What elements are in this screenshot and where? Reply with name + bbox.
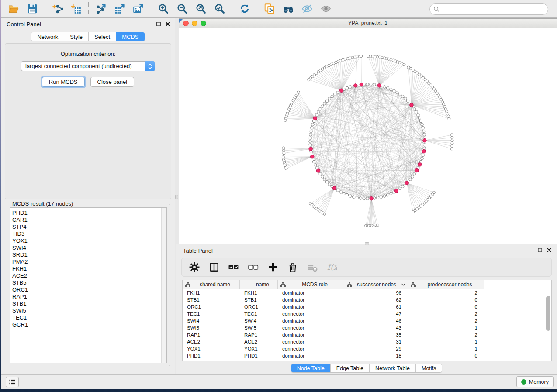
table-cell: 1 xyxy=(408,339,484,344)
tab-select[interactable]: Select xyxy=(88,32,116,41)
open-file-button[interactable] xyxy=(6,1,21,16)
criterion-selected-value: largest connected component (undirected) xyxy=(25,63,132,69)
column-header-shared-name[interactable]: shared name xyxy=(183,280,240,289)
tab-mcds[interactable]: MCDS xyxy=(116,32,144,41)
export-table-button[interactable] xyxy=(112,1,128,16)
add-column-button[interactable] xyxy=(267,261,279,273)
control-panel-title: Control Panel xyxy=(7,21,41,28)
result-node[interactable]: ACE2 xyxy=(12,272,160,279)
tab-node-table[interactable]: Node Table xyxy=(291,364,330,372)
node-table[interactable]: shared namename MCDS role successor node… xyxy=(182,280,552,361)
toggle-panes-button[interactable] xyxy=(208,261,220,273)
result-node[interactable]: PHD1 xyxy=(12,210,160,217)
task-history-button[interactable] xyxy=(6,377,19,387)
toolbar-icon-group xyxy=(6,1,334,16)
result-node[interactable]: YOX1 xyxy=(12,237,160,244)
result-node[interactable]: SWI4 xyxy=(12,244,160,251)
export-network-button[interactable] xyxy=(93,1,109,16)
refresh-layout-button[interactable] xyxy=(237,1,253,16)
duplicate-network-button[interactable] xyxy=(262,1,277,16)
close-table-panel-icon[interactable] xyxy=(547,248,552,253)
tab-network[interactable]: Network xyxy=(31,32,64,41)
save-session-button[interactable] xyxy=(24,1,40,16)
table-scrollbar[interactable] xyxy=(546,296,550,331)
search-field[interactable] xyxy=(429,3,548,15)
zoom-fit-button[interactable] xyxy=(193,1,209,16)
zoom-in-button[interactable] xyxy=(156,1,171,16)
tab-style[interactable]: Style xyxy=(64,32,88,41)
table-cell: 1 xyxy=(408,346,484,351)
select-all-button[interactable] xyxy=(228,261,239,273)
table-row[interactable]: PHD1PHD1dominator180 xyxy=(183,352,551,359)
zoom-out-button[interactable] xyxy=(174,1,190,16)
table-cell: dominator xyxy=(278,304,344,309)
table-row[interactable]: FKH1FKH1dominator962 xyxy=(183,289,551,296)
result-node[interactable]: STP4 xyxy=(12,224,160,230)
tab-edge-table[interactable]: Edge Table xyxy=(330,364,369,372)
close-panel-icon[interactable] xyxy=(165,21,170,27)
result-node[interactable]: TID3 xyxy=(12,230,160,237)
table-row[interactable]: RAP1RAP1dominator352 xyxy=(183,331,551,338)
delete-column-button[interactable] xyxy=(287,261,298,273)
maximize-window-button[interactable] xyxy=(201,21,206,26)
result-node[interactable]: STB5 xyxy=(12,279,160,286)
table-panel: Table Panel f(x) shared namename MCDS ro… xyxy=(176,244,557,374)
export-image-button[interactable] xyxy=(131,1,146,16)
toolbar-separator xyxy=(45,2,45,15)
column-header-predecessor-nodes[interactable]: predecessor nodes xyxy=(408,280,484,289)
result-node[interactable]: SRD1 xyxy=(12,251,160,258)
criterion-select[interactable]: largest connected component (undirected) xyxy=(21,61,155,71)
import-network-button[interactable] xyxy=(49,1,65,16)
table-cell: RAP1 xyxy=(183,332,240,337)
network-canvas[interactable] xyxy=(179,28,557,244)
show-graphics-details-button[interactable] xyxy=(318,1,334,16)
deselect-all-button[interactable] xyxy=(248,261,259,273)
splitter-grip[interactable] xyxy=(175,195,178,199)
result-node[interactable]: GCR1 xyxy=(12,321,160,328)
memory-label: Memory xyxy=(529,379,549,385)
table-row[interactable]: TEC1TEC1connector472 xyxy=(183,310,551,317)
close-panel-button[interactable]: Close panel xyxy=(90,77,135,87)
search-input[interactable] xyxy=(442,4,548,14)
float-table-panel-icon[interactable] xyxy=(537,248,543,253)
table-row[interactable]: ACE2ACE2connector311 xyxy=(183,338,551,345)
tab-network-table[interactable]: Network Table xyxy=(369,364,415,372)
plus-icon xyxy=(268,262,278,272)
column-header-name[interactable]: name xyxy=(240,280,278,289)
result-node[interactable]: ORC1 xyxy=(12,286,160,293)
toolbar-separator xyxy=(257,2,257,15)
run-mcds-button[interactable]: Run MCDS xyxy=(42,77,85,87)
result-node[interactable]: TEC1 xyxy=(12,314,160,321)
float-panel-icon[interactable] xyxy=(156,21,161,27)
task-list-icon xyxy=(9,378,16,385)
result-node[interactable]: STB1 xyxy=(12,300,160,307)
table-cell: connector xyxy=(278,346,344,351)
table-row[interactable]: STB1STB1dominator620 xyxy=(183,296,551,303)
table-settings-button[interactable] xyxy=(189,261,200,273)
toolbar-separator xyxy=(151,2,151,15)
tab-motifs[interactable]: Motifs xyxy=(415,364,442,372)
network-graph[interactable] xyxy=(179,28,557,244)
close-window-button[interactable] xyxy=(183,21,189,26)
result-node[interactable]: PMA2 xyxy=(12,258,160,265)
hide-unhide-button[interactable] xyxy=(299,1,315,16)
column-header-successor-nodes[interactable]: successor nodes xyxy=(344,280,408,289)
table-row[interactable]: YOX1YOX1connector291 xyxy=(183,345,551,352)
table-row[interactable]: ORC1ORC1dominator610 xyxy=(183,303,551,310)
column-header-MCDS-role[interactable]: MCDS role xyxy=(278,280,344,289)
mcds-result-list[interactable]: PHD1CAR1STP4TID3YOX1SWI4SRD1PMA2FKH1ACE2… xyxy=(10,207,167,363)
import-table-button[interactable] xyxy=(68,1,84,16)
minimize-window-button[interactable] xyxy=(192,21,197,26)
table-cell: FKH1 xyxy=(240,290,278,296)
result-node[interactable]: FKH1 xyxy=(12,265,160,272)
table-row[interactable]: SWI4SWI4dominator462 xyxy=(183,317,551,324)
result-node[interactable]: CAR1 xyxy=(12,217,160,224)
table-row[interactable]: SWI5SWI5connector431 xyxy=(183,324,551,331)
result-node[interactable]: RAP1 xyxy=(12,293,160,300)
table-cell: dominator xyxy=(278,332,344,337)
result-list-scrollbar[interactable] xyxy=(161,208,166,363)
zoom-selected-button[interactable] xyxy=(212,1,228,16)
memory-button[interactable]: Memory xyxy=(516,376,554,387)
result-node[interactable]: SWI5 xyxy=(12,307,160,314)
find-button[interactable] xyxy=(280,1,296,16)
